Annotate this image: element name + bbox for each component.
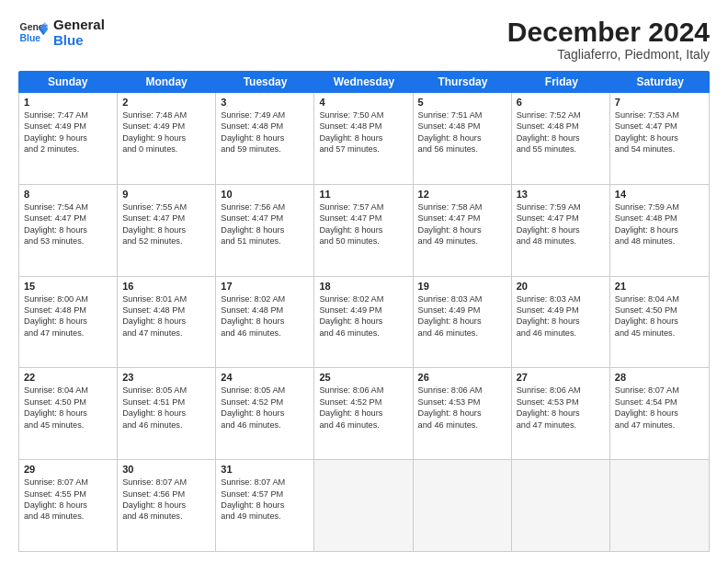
header-monday: Monday [117,71,215,93]
day-number: 7 [615,97,704,108]
cell-info: Sunrise: 8:05 AM Sunset: 4:52 PM Dayligh… [221,385,309,431]
calendar-row-0: 1Sunrise: 7:47 AM Sunset: 4:49 PM Daylig… [19,93,709,184]
day-number: 5 [418,97,506,108]
cell-info: Sunrise: 8:03 AM Sunset: 4:49 PM Dayligh… [418,293,506,339]
calendar-cell-r4-c2: 31Sunrise: 8:07 AM Sunset: 4:57 PM Dayli… [216,460,314,551]
calendar-cell-r4-c3 [314,460,413,551]
calendar-cell-r1-c5: 13Sunrise: 7:59 AM Sunset: 4:47 PM Dayli… [512,185,610,276]
header-thursday: Thursday [414,71,512,93]
cell-info: Sunrise: 7:47 AM Sunset: 4:49 PM Dayligh… [24,109,112,155]
day-number: 13 [517,189,605,200]
calendar-cell-r1-c4: 12Sunrise: 7:58 AM Sunset: 4:47 PM Dayli… [414,185,512,276]
cell-info: Sunrise: 7:53 AM Sunset: 4:47 PM Dayligh… [615,109,704,155]
day-number: 14 [615,189,704,200]
logo: General Blue General Blue [18,17,105,49]
calendar-cell-r3-c2: 24Sunrise: 8:05 AM Sunset: 4:52 PM Dayli… [216,368,314,459]
calendar-cell-r1-c2: 10Sunrise: 7:56 AM Sunset: 4:47 PM Dayli… [216,185,314,276]
header-tuesday: Tuesday [216,71,314,93]
day-number: 22 [24,372,112,383]
day-number: 27 [517,372,605,383]
page: General Blue General Blue December 2024 … [0,0,728,563]
cell-info: Sunrise: 8:07 AM Sunset: 4:56 PM Dayligh… [122,477,210,523]
cell-info: Sunrise: 8:07 AM Sunset: 4:55 PM Dayligh… [24,477,112,523]
subtitle: Tagliaferro, Piedmont, Italy [507,47,710,62]
day-number: 3 [221,97,309,108]
logo-line2: Blue [53,32,105,48]
calendar-cell-r1-c3: 11Sunrise: 7:57 AM Sunset: 4:47 PM Dayli… [314,185,413,276]
cell-info: Sunrise: 8:04 AM Sunset: 4:50 PM Dayligh… [24,385,112,431]
header-friday: Friday [512,71,610,93]
cell-info: Sunrise: 7:52 AM Sunset: 4:48 PM Dayligh… [517,109,605,155]
calendar-cell-r1-c6: 14Sunrise: 7:59 AM Sunset: 4:48 PM Dayli… [610,185,709,276]
calendar-cell-r2-c6: 21Sunrise: 8:04 AM Sunset: 4:50 PM Dayli… [610,277,709,368]
calendar-cell-r0-c1: 2Sunrise: 7:48 AM Sunset: 4:49 PM Daylig… [118,93,216,184]
day-number: 8 [24,189,112,200]
title-block: December 2024 Tagliaferro, Piedmont, Ita… [507,17,710,62]
day-number: 26 [418,372,506,383]
cell-info: Sunrise: 8:00 AM Sunset: 4:48 PM Dayligh… [24,293,112,339]
calendar-cell-r4-c0: 29Sunrise: 8:07 AM Sunset: 4:55 PM Dayli… [19,460,118,551]
cell-info: Sunrise: 7:55 AM Sunset: 4:47 PM Dayligh… [122,201,210,247]
calendar-row-4: 29Sunrise: 8:07 AM Sunset: 4:55 PM Dayli… [19,459,709,551]
day-number: 21 [615,281,704,292]
calendar-cell-r0-c2: 3Sunrise: 7:49 AM Sunset: 4:48 PM Daylig… [216,93,314,184]
cell-info: Sunrise: 8:02 AM Sunset: 4:48 PM Dayligh… [221,293,309,339]
day-number: 10 [221,189,309,200]
calendar-row-1: 8Sunrise: 7:54 AM Sunset: 4:47 PM Daylig… [19,184,709,276]
cell-info: Sunrise: 7:59 AM Sunset: 4:47 PM Dayligh… [517,201,605,247]
calendar-cell-r3-c5: 27Sunrise: 8:06 AM Sunset: 4:53 PM Dayli… [512,368,610,459]
calendar-row-3: 22Sunrise: 8:04 AM Sunset: 4:50 PM Dayli… [19,367,709,459]
header: General Blue General Blue December 2024 … [18,17,710,62]
day-number: 23 [122,372,210,383]
calendar-cell-r3-c3: 25Sunrise: 8:06 AM Sunset: 4:52 PM Dayli… [314,368,413,459]
cell-info: Sunrise: 7:48 AM Sunset: 4:49 PM Dayligh… [122,109,210,155]
logo-line1: General [53,17,105,32]
cell-info: Sunrise: 8:07 AM Sunset: 4:57 PM Dayligh… [221,477,309,523]
day-number: 11 [319,189,407,200]
cell-info: Sunrise: 8:01 AM Sunset: 4:48 PM Dayligh… [122,293,210,339]
day-number: 31 [221,464,309,475]
day-number: 16 [122,281,210,292]
calendar-cell-r0-c0: 1Sunrise: 7:47 AM Sunset: 4:49 PM Daylig… [19,93,118,184]
calendar-cell-r2-c4: 19Sunrise: 8:03 AM Sunset: 4:49 PM Dayli… [414,277,512,368]
calendar-cell-r3-c6: 28Sunrise: 8:07 AM Sunset: 4:54 PM Dayli… [610,368,709,459]
day-number: 4 [319,97,407,108]
day-number: 30 [122,464,210,475]
calendar-cell-r0-c3: 4Sunrise: 7:50 AM Sunset: 4:48 PM Daylig… [314,93,413,184]
header-wednesday: Wednesday [314,71,413,93]
svg-text:Blue: Blue [20,33,41,43]
cell-info: Sunrise: 8:05 AM Sunset: 4:51 PM Dayligh… [122,385,210,431]
calendar-cell-r0-c6: 7Sunrise: 7:53 AM Sunset: 4:47 PM Daylig… [610,93,709,184]
calendar-cell-r0-c4: 5Sunrise: 7:51 AM Sunset: 4:48 PM Daylig… [414,93,512,184]
calendar-cell-r4-c6 [610,460,709,551]
logo-icon: General Blue [18,17,48,47]
day-number: 25 [319,372,407,383]
day-number: 12 [418,189,506,200]
calendar-cell-r4-c1: 30Sunrise: 8:07 AM Sunset: 4:56 PM Dayli… [118,460,216,551]
day-number: 2 [122,97,210,108]
calendar-cell-r2-c3: 18Sunrise: 8:02 AM Sunset: 4:49 PM Dayli… [314,277,413,368]
calendar-cell-r2-c5: 20Sunrise: 8:03 AM Sunset: 4:49 PM Dayli… [512,277,610,368]
day-number: 15 [24,281,112,292]
calendar-cell-r1-c1: 9Sunrise: 7:55 AM Sunset: 4:47 PM Daylig… [118,185,216,276]
calendar-cell-r2-c0: 15Sunrise: 8:00 AM Sunset: 4:48 PM Dayli… [19,277,118,368]
day-number: 17 [221,281,309,292]
day-number: 6 [517,97,605,108]
cell-info: Sunrise: 8:06 AM Sunset: 4:53 PM Dayligh… [418,385,506,431]
cell-info: Sunrise: 7:58 AM Sunset: 4:47 PM Dayligh… [418,201,506,247]
calendar-cell-r3-c1: 23Sunrise: 8:05 AM Sunset: 4:51 PM Dayli… [118,368,216,459]
calendar-cell-r1-c0: 8Sunrise: 7:54 AM Sunset: 4:47 PM Daylig… [19,185,118,276]
day-number: 9 [122,189,210,200]
cell-info: Sunrise: 8:06 AM Sunset: 4:53 PM Dayligh… [517,385,605,431]
main-title: December 2024 [507,17,710,47]
calendar-cell-r3-c0: 22Sunrise: 8:04 AM Sunset: 4:50 PM Dayli… [19,368,118,459]
calendar-body: 1Sunrise: 7:47 AM Sunset: 4:49 PM Daylig… [18,93,710,552]
day-number: 24 [221,372,309,383]
cell-info: Sunrise: 7:51 AM Sunset: 4:48 PM Dayligh… [418,109,506,155]
header-saturday: Saturday [611,71,710,93]
cell-info: Sunrise: 7:50 AM Sunset: 4:48 PM Dayligh… [319,109,407,155]
calendar-cell-r2-c2: 17Sunrise: 8:02 AM Sunset: 4:48 PM Dayli… [216,277,314,368]
cell-info: Sunrise: 7:57 AM Sunset: 4:47 PM Dayligh… [319,201,407,247]
cell-info: Sunrise: 7:59 AM Sunset: 4:48 PM Dayligh… [615,201,704,247]
day-number: 19 [418,281,506,292]
